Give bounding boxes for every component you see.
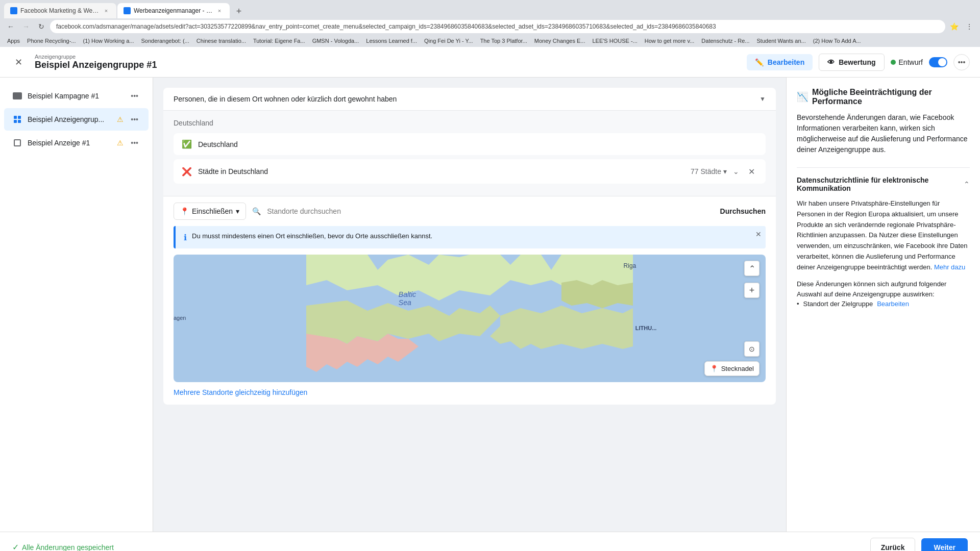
bookmark-apps[interactable]: Apps: [4, 37, 23, 45]
multi-location-link[interactable]: Mehrere Standorte gleichzeitig hinzufüge…: [174, 388, 307, 396]
next-button[interactable]: Weiter: [921, 538, 968, 552]
adgroup-warning-icon: ⚠: [117, 115, 124, 123]
status-badge: Entwurf: [891, 58, 923, 66]
sidebar-item-ad[interactable]: Beispiel Anzeige #1 ⚠ •••: [4, 132, 149, 154]
tab-1[interactable]: Facebook Marketing & Werbe... ×: [4, 3, 116, 18]
pin-icon: 📍: [710, 365, 718, 372]
bookmark-12[interactable]: How to get more v...: [642, 37, 698, 45]
review-button[interactable]: 👁 Bewertung: [819, 54, 884, 71]
cities-dropdown-icon[interactable]: ▾: [723, 167, 727, 176]
performance-text: Bevorstehende Änderungen daran, wie Face…: [797, 112, 970, 155]
search-icon: 🔍: [252, 207, 261, 215]
location-remove-button[interactable]: ✕: [745, 165, 757, 178]
map-zoom-in-button[interactable]: +: [744, 283, 760, 298]
mehr-dazu-link[interactable]: Mehr dazu: [934, 263, 965, 271]
folder-icon: [12, 91, 22, 101]
tab-2[interactable]: Werbeanzeigenmanager - We... ×: [117, 3, 230, 18]
panel-divider: [797, 167, 970, 168]
location-expand-button[interactable]: ⌄: [733, 167, 739, 176]
info-banner-close[interactable]: ✕: [755, 230, 762, 238]
map-location-button[interactable]: ⊙: [744, 341, 760, 357]
location-item-cities: ❌ Städte in Deutschland 77 Städte ▾ ⌄ ✕: [174, 159, 766, 184]
status-toggle[interactable]: [929, 57, 947, 67]
close-button[interactable]: ✕: [10, 54, 27, 70]
privacy-text-2: Diese Änderungen können sich aufgrund fo…: [797, 279, 970, 300]
sidebar-campaign-label: Beispiel Kampagne #1: [28, 92, 124, 100]
forward-nav-button[interactable]: →: [19, 20, 33, 33]
location-cities-count: 77 Städte ▾: [691, 167, 727, 176]
adgroup-icon: [12, 114, 22, 124]
tab-close-2[interactable]: ×: [215, 7, 224, 15]
location-dropdown-label: Personen, die in diesem Ort wohnen oder …: [174, 95, 397, 103]
bookmark-4[interactable]: Chinese translatio...: [193, 37, 249, 45]
location-type-row: Personen, die in diesem Ort wohnen oder …: [163, 88, 776, 111]
privacy-section-label: Datenschutzrichtlinie für elektronische …: [797, 176, 964, 192]
tab-close-1[interactable]: ×: [102, 7, 110, 15]
location-pin-icon: 📍: [180, 207, 189, 215]
top-header: ✕ Anzeigengruppe Beispiel Anzeigengruppe…: [0, 47, 980, 78]
cities-count-text: 77 Städte: [691, 167, 721, 176]
map-svg: [174, 255, 766, 382]
info-banner: ℹ Du musst mindestens einen Ort einschli…: [174, 226, 766, 248]
include-section: 📍 Einschließen ▾ 🔍 Durchsuchen: [163, 196, 776, 226]
sidebar-ad-more[interactable]: •••: [129, 137, 140, 149]
more-options-button[interactable]: •••: [953, 54, 970, 70]
review-eye-icon: 👁: [827, 58, 835, 66]
address-bar[interactable]: facebook.com/adsmanager/manage/adsets/ed…: [50, 20, 945, 33]
sidebar-adgroup-more[interactable]: •••: [129, 113, 140, 126]
bookmark-14[interactable]: Student Wants an...: [754, 37, 809, 45]
bookmark-11[interactable]: LEE'S HOUSE -...: [589, 37, 640, 45]
url-text: facebook.com/adsmanager/manage/adsets/ed…: [56, 23, 716, 30]
header-subtitle: Anzeigengruppe: [35, 54, 157, 60]
edit-button[interactable]: ✏️ Bearbeiten: [747, 54, 813, 70]
bookmark-10[interactable]: Money Changes E...: [531, 37, 589, 45]
sidebar-item-adgroup[interactable]: Beispiel Anzeigengrup... ⚠ •••: [4, 108, 149, 131]
dropdown-arrow-icon: ▼: [760, 95, 766, 103]
new-tab-button[interactable]: +: [232, 4, 246, 18]
bookmark-1[interactable]: Phone Recycling-...: [24, 37, 79, 45]
location-search-input[interactable]: [267, 207, 714, 215]
sidebar: Beispiel Kampagne #1 ••• Beispiel Anzeig…: [0, 78, 153, 532]
info-icon: ℹ: [184, 233, 187, 242]
map-label-agen: agen: [174, 315, 186, 321]
bookmark-3[interactable]: Sonderangebot: (...: [138, 37, 192, 45]
pin-btn-label: Stecknadel: [721, 365, 754, 372]
bookmark-15[interactable]: (2) How To Add A...: [810, 37, 864, 45]
extensions-button[interactable]: ⭐: [947, 20, 961, 33]
bookmark-13[interactable]: Datenschutz - Re...: [698, 37, 752, 45]
bullet-item-link[interactable]: Bearbeiten: [877, 300, 909, 308]
map-label-lithu: LITHU...: [635, 325, 657, 331]
include-label: Einschließen: [192, 207, 233, 215]
footer: ✓ Alle Änderungen gespeichert Zurück Wei…: [0, 532, 980, 551]
sidebar-ad-label: Beispiel Anzeige #1: [28, 139, 112, 147]
map-controls: ⌃: [744, 261, 760, 276]
performance-section: 📉 Mögliche Beeinträchtigung der Performa…: [797, 88, 970, 155]
bookmark-7[interactable]: Lessons Learned f...: [363, 37, 420, 45]
country-section-label: Deutschland: [174, 119, 766, 127]
back-button[interactable]: Zurück: [870, 538, 916, 552]
bookmark-5[interactable]: Tutorial: Eigene Fa...: [250, 37, 308, 45]
toggle-knob: [938, 58, 946, 66]
reload-button[interactable]: ↻: [35, 20, 48, 33]
sidebar-item-campaign[interactable]: Beispiel Kampagne #1 •••: [4, 85, 149, 107]
menu-button[interactable]: ⋮: [963, 20, 976, 33]
map-pin-button[interactable]: 📍 Stecknadel: [704, 361, 760, 376]
privacy-text-1-content: Wir haben unsere Privatsphäre-Einstellun…: [797, 199, 968, 271]
bookmark-2[interactable]: (1) How Working a...: [80, 37, 137, 45]
sidebar-campaign-more[interactable]: •••: [129, 90, 140, 102]
browser-chrome: Facebook Marketing & Werbe... × Werbeanz…: [0, 0, 980, 47]
right-panel: 📉 Mögliche Beeinträchtigung der Performa…: [786, 78, 980, 532]
location-germany-name: Deutschland: [198, 140, 757, 148]
info-banner-text: Du musst mindestens einen Ort einschließ…: [192, 232, 757, 240]
bookmark-8[interactable]: Qing Fei De Yi - Y...: [421, 37, 476, 45]
back-nav-button[interactable]: ←: [4, 20, 17, 33]
edit-label: Bearbeiten: [768, 58, 804, 66]
bookmark-6[interactable]: GMSN - Vologda...: [309, 37, 362, 45]
location-type-dropdown[interactable]: Personen, die in diesem Ort wohnen oder …: [174, 95, 766, 103]
save-label: Alle Änderungen gespeichert: [22, 543, 114, 552]
privacy-toggle-icon[interactable]: ⌃: [964, 180, 970, 188]
bookmark-9[interactable]: The Top 3 Platfor...: [477, 37, 530, 45]
include-button[interactable]: 📍 Einschließen ▾: [174, 203, 246, 220]
search-button[interactable]: Durchsuchen: [720, 207, 766, 215]
map-zoom-up-button[interactable]: ⌃: [744, 261, 760, 276]
